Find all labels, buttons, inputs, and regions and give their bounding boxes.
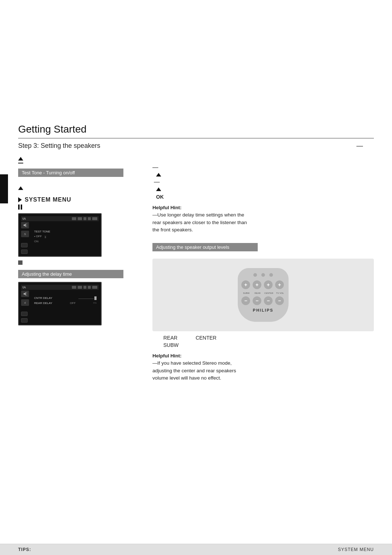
screen-main-content-1: TEST TONE • OFF v ON xyxy=(32,222,99,254)
screen-top-icons-1 xyxy=(72,217,97,220)
right-dash-2: — xyxy=(154,179,160,185)
helpful-hint-1-line-2: rear speakers are closer to the listener… xyxy=(152,219,374,226)
dash-icon-1 xyxy=(18,163,23,163)
adjusting-delay-label: Adjusting the delay time xyxy=(18,270,123,278)
remote-btn-rear-minus[interactable]: − xyxy=(253,296,261,305)
remote-label-rear: REAR xyxy=(253,292,262,294)
remote-label-center: CENTER xyxy=(264,292,274,294)
screen-icon-s: S xyxy=(21,231,29,237)
label-rear: REAR xyxy=(163,335,177,341)
helpful-hint-1-line-1: —Use longer delay time settings when the xyxy=(152,211,374,219)
pause-icon xyxy=(18,204,22,210)
screen-body-2: d CNTR DELAY —————— xyxy=(21,291,99,323)
test-tone-label: Test Tone - Turning on/off xyxy=(18,169,123,177)
arrow-up-icon-2 xyxy=(18,186,23,190)
adjusting-output-label: Adjusting the speaker output levels xyxy=(152,243,258,251)
helpful-hint-2-line-1: —If you have selected Stereo mode, xyxy=(152,360,374,367)
screen-icon-rect4 xyxy=(21,318,28,323)
nav-dash-1 xyxy=(18,163,142,163)
remote-minus-buttons: − − − − xyxy=(241,296,285,305)
screen-test-tone-options: • OFF v xyxy=(33,234,98,239)
remote-btn-subw-minus[interactable]: − xyxy=(241,296,250,305)
right-dash-1: — xyxy=(152,164,158,171)
screen-mockup-2: tA xyxy=(18,282,102,325)
screen-rear-delay: REAR DELAY OFF ms xyxy=(33,301,98,305)
step-header-text: Step 3: Setting the speakers xyxy=(18,142,100,150)
svg-marker-4 xyxy=(24,292,26,296)
remote-btn-tvvol-plus[interactable]: + xyxy=(275,280,284,289)
screen-mockup-1: tA xyxy=(18,213,102,257)
screen-icon-d: d xyxy=(21,299,29,306)
screen-icon-rect3 xyxy=(21,312,28,316)
pause-icon-row xyxy=(18,204,142,210)
page-footer: TIPS: SYSTEM MENU xyxy=(0,544,392,555)
remote-dot-2 xyxy=(261,273,265,277)
screen-left-icons-2: d xyxy=(21,291,30,323)
svg-line-7 xyxy=(26,295,27,296)
page-title: Getting Started xyxy=(18,0,374,138)
screen-top-icons-2 xyxy=(72,286,97,289)
screen-cntr-delay: CNTR DELAY —————— xyxy=(33,296,98,301)
helpful-hint-2-line-3: volume level will have no effect. xyxy=(152,374,374,382)
remote-below-labels: REAR CENTER xyxy=(163,335,374,341)
screen-icon-4 xyxy=(88,217,91,220)
screen-main-content-2: CNTR DELAY —————— REAR DELAY OFF ms xyxy=(32,291,99,323)
footer-system-menu: SYSTEM MENU xyxy=(338,547,374,552)
system-menu-line: SYSTEM MENU xyxy=(18,197,142,203)
screen-menu-test-tone: TEST TONE xyxy=(33,229,98,234)
screen-slider: —————— xyxy=(78,296,97,300)
screen-icon-rect xyxy=(21,243,28,247)
svg-line-5 xyxy=(26,292,27,293)
screen-icon-10 xyxy=(92,286,97,289)
remote-label-subw: SUBW xyxy=(241,292,251,294)
helpful-hint-1-line-3: the front speakers. xyxy=(152,226,374,234)
slider-thumb xyxy=(94,296,97,300)
ok-label: OK xyxy=(156,194,374,200)
nav-arrow-up-1 xyxy=(18,157,142,161)
screen-icon-3 xyxy=(83,217,86,220)
remote-btn-tvvol-minus[interactable]: − xyxy=(275,296,284,305)
screen-icon-9 xyxy=(88,286,91,289)
screen-spacer xyxy=(21,239,29,241)
square-icon-row xyxy=(18,260,142,265)
screen-left-icons-1: S xyxy=(21,222,30,254)
right-nav-row-3: — xyxy=(152,179,374,185)
helpful-hint-1: Helpful Hint: —Use longer delay time set… xyxy=(152,204,374,234)
remote-container: + + + + SUBW REAR CENTER TV VOL − xyxy=(152,259,374,331)
screen-spacer2 xyxy=(21,308,29,309)
remote-dot-3 xyxy=(269,273,273,277)
screen-body-1: S TEST TONE • OFF v xyxy=(21,222,99,254)
screen-icon-rect2 xyxy=(21,250,28,254)
subw-label-text: SUBW xyxy=(163,342,179,348)
screen-top-bar-1: tA xyxy=(21,216,99,221)
remote-button-labels: SUBW REAR CENTER TV VOL xyxy=(241,292,285,294)
right-top-nav: — — xyxy=(152,164,374,191)
system-menu-text: SYSTEM MENU xyxy=(25,197,71,203)
right-arrow-up-1 xyxy=(156,173,161,177)
label-center: CENTER xyxy=(196,335,217,341)
remote-dots xyxy=(241,273,285,277)
right-nav-row-2 xyxy=(152,173,374,177)
step-header: Step 3: Setting the speakers — xyxy=(18,138,374,153)
right-arrow-up-2 xyxy=(156,187,161,191)
remote-btn-rear-plus[interactable]: + xyxy=(253,280,261,289)
screen-icon-5 xyxy=(92,217,97,220)
screen-icon-vol2 xyxy=(21,291,29,297)
nav-arrow-up-2 xyxy=(18,186,142,190)
screen-icon-vol xyxy=(21,222,29,228)
helpful-hint-2-line-2: adjusting the center and rear speakers xyxy=(152,367,374,374)
arrow-up-icon-1 xyxy=(18,157,23,161)
left-tab xyxy=(0,174,8,203)
remote-btn-subw-plus[interactable]: + xyxy=(241,280,250,289)
footer-tips: TIPS: xyxy=(18,547,31,552)
arrow-right-icon xyxy=(18,197,22,202)
right-nav-row-1: — xyxy=(152,164,374,171)
screen-icon-7 xyxy=(78,286,82,289)
remote-btn-center-minus[interactable]: − xyxy=(264,296,273,305)
screen-icon-6 xyxy=(72,286,76,289)
helpful-hint-2: Helpful Hint: —If you have selected Ster… xyxy=(152,352,374,382)
right-column: — — OK Helpful Hint: —Use longer delay t… xyxy=(152,153,374,386)
remote-btn-center-plus[interactable]: + xyxy=(264,280,273,289)
svg-marker-0 xyxy=(24,223,26,227)
remote-control: + + + + SUBW REAR CENTER TV VOL − xyxy=(238,268,289,322)
